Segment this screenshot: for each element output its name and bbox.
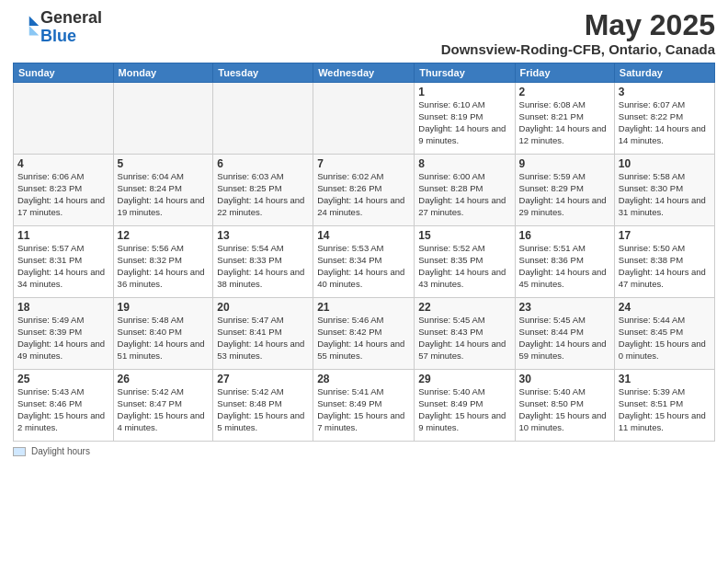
legend-label: Daylight hours xyxy=(31,446,90,456)
day-info: Sunrise: 5:44 AM Sunset: 8:45 PM Dayligh… xyxy=(619,315,711,362)
calendar-cell: 27Sunrise: 5:42 AM Sunset: 8:48 PM Dayli… xyxy=(213,370,313,442)
day-number: 29 xyxy=(418,373,510,385)
day-number: 26 xyxy=(118,373,210,385)
logo-blue: Blue xyxy=(40,27,76,45)
day-info: Sunrise: 6:07 AM Sunset: 8:22 PM Dayligh… xyxy=(619,99,711,146)
day-number: 25 xyxy=(17,373,109,385)
day-info: Sunrise: 5:51 AM Sunset: 8:36 PM Dayligh… xyxy=(519,243,610,290)
calendar-week-row: 18Sunrise: 5:49 AM Sunset: 8:39 PM Dayli… xyxy=(14,298,715,370)
day-number: 17 xyxy=(619,229,711,242)
calendar-week-row: 1Sunrise: 6:10 AM Sunset: 8:19 PM Daylig… xyxy=(14,83,715,155)
weekday-header-cell: Thursday xyxy=(415,63,515,83)
weekday-header-cell: Wednesday xyxy=(313,63,415,83)
day-number: 10 xyxy=(619,157,711,170)
calendar-cell: 3Sunrise: 6:07 AM Sunset: 8:22 PM Daylig… xyxy=(614,83,714,155)
day-number: 14 xyxy=(317,229,410,242)
calendar-cell: 20Sunrise: 5:47 AM Sunset: 8:41 PM Dayli… xyxy=(213,298,313,370)
calendar-cell: 30Sunrise: 5:40 AM Sunset: 8:50 PM Dayli… xyxy=(515,370,614,442)
logo-text: General Blue xyxy=(40,9,102,46)
day-info: Sunrise: 5:45 AM Sunset: 8:44 PM Dayligh… xyxy=(519,315,610,362)
header: General Blue May 2025 Downsview-Roding-C… xyxy=(13,9,715,57)
day-number: 7 xyxy=(317,157,410,170)
day-info: Sunrise: 5:42 AM Sunset: 8:48 PM Dayligh… xyxy=(217,386,309,433)
day-number: 12 xyxy=(118,229,210,242)
calendar-week-row: 4Sunrise: 6:06 AM Sunset: 8:23 PM Daylig… xyxy=(14,155,715,226)
calendar-cell: 8Sunrise: 6:00 AM Sunset: 8:28 PM Daylig… xyxy=(415,155,515,226)
day-info: Sunrise: 5:52 AM Sunset: 8:35 PM Dayligh… xyxy=(418,243,510,290)
day-number: 11 xyxy=(17,229,109,242)
calendar-cell: 28Sunrise: 5:41 AM Sunset: 8:49 PM Dayli… xyxy=(313,370,415,442)
calendar-cell: 4Sunrise: 6:06 AM Sunset: 8:23 PM Daylig… xyxy=(14,155,114,226)
day-info: Sunrise: 5:50 AM Sunset: 8:38 PM Dayligh… xyxy=(619,243,711,290)
day-number: 18 xyxy=(17,301,109,314)
day-info: Sunrise: 6:08 AM Sunset: 8:21 PM Dayligh… xyxy=(519,99,610,146)
calendar-cell: 5Sunrise: 6:04 AM Sunset: 8:24 PM Daylig… xyxy=(113,155,213,226)
day-info: Sunrise: 5:43 AM Sunset: 8:46 PM Dayligh… xyxy=(17,386,109,433)
title-block: May 2025 Downsview-Roding-CFB, Ontario, … xyxy=(441,9,715,57)
calendar-cell: 25Sunrise: 5:43 AM Sunset: 8:46 PM Dayli… xyxy=(14,370,114,442)
calendar-cell: 13Sunrise: 5:54 AM Sunset: 8:33 PM Dayli… xyxy=(213,226,313,298)
day-info: Sunrise: 5:48 AM Sunset: 8:40 PM Dayligh… xyxy=(118,315,210,362)
day-number: 27 xyxy=(217,373,309,385)
day-info: Sunrise: 5:57 AM Sunset: 8:31 PM Dayligh… xyxy=(17,243,109,290)
calendar-cell: 23Sunrise: 5:45 AM Sunset: 8:44 PM Dayli… xyxy=(515,298,614,370)
day-number: 13 xyxy=(217,229,309,242)
legend-box xyxy=(13,447,26,456)
day-info: Sunrise: 5:47 AM Sunset: 8:41 PM Dayligh… xyxy=(217,315,309,362)
day-number: 15 xyxy=(418,229,510,242)
day-info: Sunrise: 5:59 AM Sunset: 8:29 PM Dayligh… xyxy=(519,171,610,218)
logo-icon xyxy=(15,13,40,39)
svg-marker-1 xyxy=(29,26,40,36)
day-number: 31 xyxy=(619,373,711,385)
day-info: Sunrise: 5:46 AM Sunset: 8:42 PM Dayligh… xyxy=(317,315,410,362)
day-info: Sunrise: 5:40 AM Sunset: 8:49 PM Dayligh… xyxy=(418,386,510,433)
calendar-cell: 2Sunrise: 6:08 AM Sunset: 8:21 PM Daylig… xyxy=(515,83,614,155)
logo: General Blue xyxy=(13,9,102,46)
calendar-cell: 18Sunrise: 5:49 AM Sunset: 8:39 PM Dayli… xyxy=(14,298,114,370)
day-number: 28 xyxy=(317,373,410,385)
day-number: 21 xyxy=(317,301,410,314)
weekday-header-cell: Monday xyxy=(113,63,213,83)
calendar-week-row: 25Sunrise: 5:43 AM Sunset: 8:46 PM Dayli… xyxy=(14,370,715,442)
calendar-table: SundayMondayTuesdayWednesdayThursdayFrid… xyxy=(13,63,715,442)
day-info: Sunrise: 5:40 AM Sunset: 8:50 PM Dayligh… xyxy=(519,386,610,433)
calendar-cell xyxy=(313,83,415,155)
day-info: Sunrise: 5:41 AM Sunset: 8:49 PM Dayligh… xyxy=(317,386,410,433)
calendar-cell: 9Sunrise: 5:59 AM Sunset: 8:29 PM Daylig… xyxy=(515,155,614,226)
day-number: 2 xyxy=(519,86,610,98)
calendar-cell xyxy=(213,83,313,155)
calendar-week-row: 11Sunrise: 5:57 AM Sunset: 8:31 PM Dayli… xyxy=(14,226,715,298)
weekday-header-row: SundayMondayTuesdayWednesdayThursdayFrid… xyxy=(14,63,715,83)
day-info: Sunrise: 5:45 AM Sunset: 8:43 PM Dayligh… xyxy=(418,315,510,362)
calendar-cell: 24Sunrise: 5:44 AM Sunset: 8:45 PM Dayli… xyxy=(614,298,714,370)
day-number: 3 xyxy=(619,86,711,98)
legend: Daylight hours xyxy=(13,446,715,456)
weekday-header-cell: Sunday xyxy=(14,63,114,83)
day-number: 5 xyxy=(118,157,210,170)
day-number: 30 xyxy=(519,373,610,385)
calendar-cell: 6Sunrise: 6:03 AM Sunset: 8:25 PM Daylig… xyxy=(213,155,313,226)
day-number: 8 xyxy=(418,157,510,170)
svg-marker-0 xyxy=(29,16,40,26)
calendar-cell xyxy=(14,83,114,155)
day-info: Sunrise: 5:39 AM Sunset: 8:51 PM Dayligh… xyxy=(619,386,711,433)
calendar-cell: 17Sunrise: 5:50 AM Sunset: 8:38 PM Dayli… xyxy=(614,226,714,298)
calendar-cell: 19Sunrise: 5:48 AM Sunset: 8:40 PM Dayli… xyxy=(113,298,213,370)
day-number: 9 xyxy=(519,157,610,170)
page: General Blue May 2025 Downsview-Roding-C… xyxy=(0,0,728,563)
day-number: 19 xyxy=(118,301,210,314)
day-info: Sunrise: 5:56 AM Sunset: 8:32 PM Dayligh… xyxy=(118,243,210,290)
day-number: 22 xyxy=(418,301,510,314)
calendar-cell: 29Sunrise: 5:40 AM Sunset: 8:49 PM Dayli… xyxy=(415,370,515,442)
calendar-cell: 1Sunrise: 6:10 AM Sunset: 8:19 PM Daylig… xyxy=(415,83,515,155)
day-info: Sunrise: 6:06 AM Sunset: 8:23 PM Dayligh… xyxy=(17,171,109,218)
weekday-header-cell: Friday xyxy=(515,63,614,83)
day-info: Sunrise: 6:10 AM Sunset: 8:19 PM Dayligh… xyxy=(418,99,510,146)
weekday-header-cell: Tuesday xyxy=(213,63,313,83)
calendar-cell: 14Sunrise: 5:53 AM Sunset: 8:34 PM Dayli… xyxy=(313,226,415,298)
calendar-body: 1Sunrise: 6:10 AM Sunset: 8:19 PM Daylig… xyxy=(14,83,715,442)
calendar-cell xyxy=(113,83,213,155)
day-info: Sunrise: 5:54 AM Sunset: 8:33 PM Dayligh… xyxy=(217,243,309,290)
day-info: Sunrise: 6:04 AM Sunset: 8:24 PM Dayligh… xyxy=(118,171,210,218)
calendar-cell: 7Sunrise: 6:02 AM Sunset: 8:26 PM Daylig… xyxy=(313,155,415,226)
